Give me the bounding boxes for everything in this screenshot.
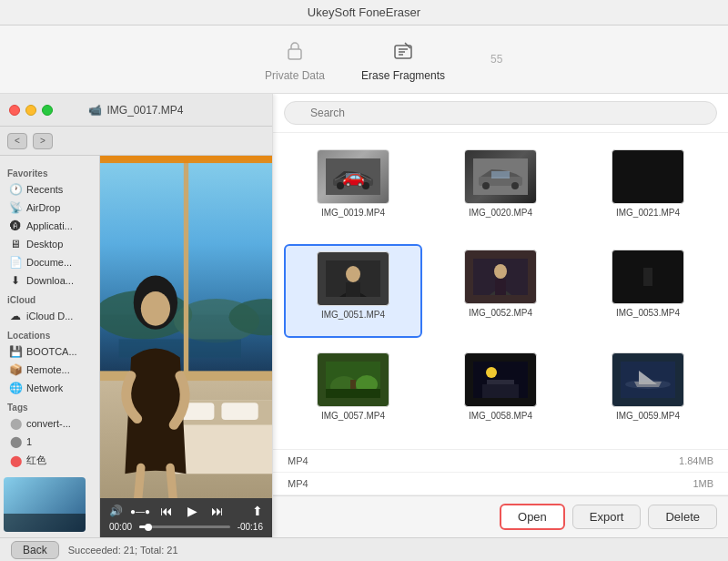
forward-nav-button[interactable]: > <box>33 133 53 149</box>
file-size-1: 1MB <box>693 478 713 489</box>
tab-erase-fragments-label: Erase Fragments <box>361 69 445 82</box>
file-info-rows: MP4 1.84MB MP4 1MB <box>273 449 728 495</box>
open-button[interactable]: Open <box>500 504 565 530</box>
thumb-inner-img0053 <box>612 250 683 303</box>
erase-fragments-icon <box>389 36 418 66</box>
sidebar-item-tag-1-label: 1 <box>26 436 32 447</box>
sidebar-item-airdrop[interactable]: 📡 AirDrop <box>2 199 97 217</box>
controls-row: 🔊 ●—● ⏮ ▶ ⏭ ⬆ <box>109 504 263 518</box>
video-scene-svg <box>100 156 272 498</box>
private-data-icon <box>280 36 309 66</box>
file-thumb-img0053 <box>612 250 684 304</box>
svg-rect-17 <box>221 403 258 420</box>
bottom-status-bar: Back Succeeded: 21; Total: 21 <box>0 537 728 561</box>
file-type-1: MP4 <box>288 478 693 489</box>
downloads-icon: ⬇ <box>9 274 22 287</box>
file-item-img0053[interactable]: IMG_0053.MP4 <box>579 244 717 339</box>
sidebar-item-bootcamp[interactable]: 💾 BOOTCA... <box>2 342 97 361</box>
icloud-drive-icon: ☁ <box>9 310 22 322</box>
file-item-img0059[interactable]: IMG_0059.MP4 <box>579 347 717 438</box>
finder-toolbar: < > <box>0 127 272 156</box>
svg-rect-0 <box>288 49 301 59</box>
file-item-img0051[interactable]: IMG_0051.MP4 <box>284 244 422 339</box>
thumb-inner-img0051 <box>318 252 389 305</box>
file-item-img0019[interactable]: IMG_0019.MP4 <box>284 144 422 235</box>
sidebar-item-tag-1[interactable]: ⬤ 1 <box>2 433 97 451</box>
back-nav-button[interactable]: < <box>7 133 27 149</box>
file-item-img0057[interactable]: IMG_0057.MP4 <box>284 347 422 438</box>
file-thumb-img0019 <box>317 149 389 204</box>
remote-icon: 📦 <box>9 363 22 376</box>
file-item-img0052[interactable]: IMG_0052.MP4 <box>431 244 570 339</box>
file-name-img0053: IMG_0053.MP4 <box>616 308 680 318</box>
video-filename: IMG_0017.MP4 <box>106 104 183 117</box>
svg-rect-34 <box>346 282 360 297</box>
file-name-img0021: IMG_0021.MP4 <box>616 208 680 218</box>
svg-point-36 <box>494 264 507 279</box>
sidebar-item-documents[interactable]: 📄 Docume... <box>2 253 97 271</box>
volume-icon[interactable]: 🔊 <box>109 505 123 517</box>
maximize-button[interactable] <box>42 105 53 116</box>
title-bar: UkeySoft FoneEraser <box>0 0 728 26</box>
recents-icon: 🕐 <box>9 183 22 196</box>
sidebar-item-network[interactable]: 🌐 Network <box>2 379 97 397</box>
tag-convert-icon: ⬤ <box>9 417 22 430</box>
svg-point-19 <box>141 291 170 326</box>
finder-main: 🔊 ●—● ⏮ ▶ ⏭ ⬆ 00:00 <box>100 156 272 537</box>
file-size-0: 1.84MB <box>679 455 713 466</box>
progress-thumb <box>145 524 152 531</box>
sidebar-item-tag-convert[interactable]: ⬤ convert-... <box>2 414 97 433</box>
file-item-img0021[interactable]: IMG_0021.MP4 <box>579 144 717 235</box>
progress-bar[interactable] <box>139 525 230 528</box>
search-input[interactable] <box>284 101 717 125</box>
content-area: 📹 IMG_0017.MP4 < > Favorites 🕐 <box>0 94 728 537</box>
network-icon: 🌐 <box>9 382 22 394</box>
time-total: -00:16 <box>238 522 263 532</box>
file-thumb-img0052 <box>464 250 537 304</box>
file-info-row-0: MP4 1.84MB <box>273 450 728 473</box>
export-button[interactable]: Export <box>572 505 642 529</box>
sidebar-item-tag-red[interactable]: ⬤ 红色 <box>2 451 97 470</box>
sidebar-item-downloads[interactable]: ⬇ Downloa... <box>2 271 97 290</box>
play-button[interactable]: ▶ <box>183 504 201 518</box>
file-item-img0020[interactable]: IMG_0020.MP4 <box>431 144 570 235</box>
left-panel: 📹 IMG_0017.MP4 < > Favorites 🕐 <box>0 94 273 537</box>
svg-point-28 <box>482 182 490 189</box>
desktop-icon: 🖥 <box>9 238 22 250</box>
forward-button[interactable]: ⏭ <box>208 504 227 518</box>
svg-point-46 <box>486 367 497 378</box>
svg-rect-39 <box>643 268 652 286</box>
tab-private-data[interactable]: Private Data <box>256 33 334 86</box>
finder-titlebar: 📹 IMG_0017.MP4 <box>0 94 272 127</box>
sidebar-item-remote[interactable]: 📦 Remote... <box>2 361 97 379</box>
sidebar-item-desktop[interactable]: 🖥 Desktop <box>2 235 97 253</box>
sidebar-section-tags: Tags <box>0 397 99 414</box>
file-thumb-img0021 <box>612 149 684 204</box>
sidebar-item-icloud-drive[interactable]: ☁ iCloud D... <box>2 307 97 325</box>
minimize-button[interactable] <box>25 105 36 116</box>
right-panel: 🔍 <box>273 94 728 537</box>
toolbar: Private Data Erase Fragments 55 <box>0 26 728 94</box>
svg-rect-31 <box>621 158 675 195</box>
sidebar-item-bootcamp-label: BOOTCA... <box>26 346 77 357</box>
sidebar-item-applications[interactable]: 🅐 Applicati... <box>2 217 97 235</box>
sidebar-item-recents[interactable]: 🕐 Recents <box>2 180 97 199</box>
back-button[interactable]: Back <box>11 541 59 559</box>
video-content <box>100 156 272 498</box>
tab-private-data-label: Private Data <box>265 69 325 82</box>
sidebar-item-tag-convert-label: convert-... <box>26 418 71 429</box>
rewind-button[interactable]: ⏮ <box>157 504 176 518</box>
tab-erase-fragments[interactable]: Erase Fragments <box>352 33 454 86</box>
documents-icon: 📄 <box>9 256 22 269</box>
share-button[interactable]: ⬆ <box>252 504 263 518</box>
svg-rect-47 <box>482 384 519 398</box>
file-thumb-img0051 <box>317 251 389 306</box>
thumb-inner-img0057 <box>318 353 389 406</box>
delete-button[interactable]: Delete <box>648 505 717 529</box>
time-current: 00:00 <box>109 522 132 532</box>
sidebar-section-locations: Locations <box>0 325 99 342</box>
sidebar-item-network-label: Network <box>26 382 63 393</box>
file-item-img0058[interactable]: IMG_0058.MP4 <box>431 347 570 438</box>
sidebar-item-downloads-label: Downloa... <box>26 275 74 286</box>
close-button[interactable] <box>9 105 20 116</box>
